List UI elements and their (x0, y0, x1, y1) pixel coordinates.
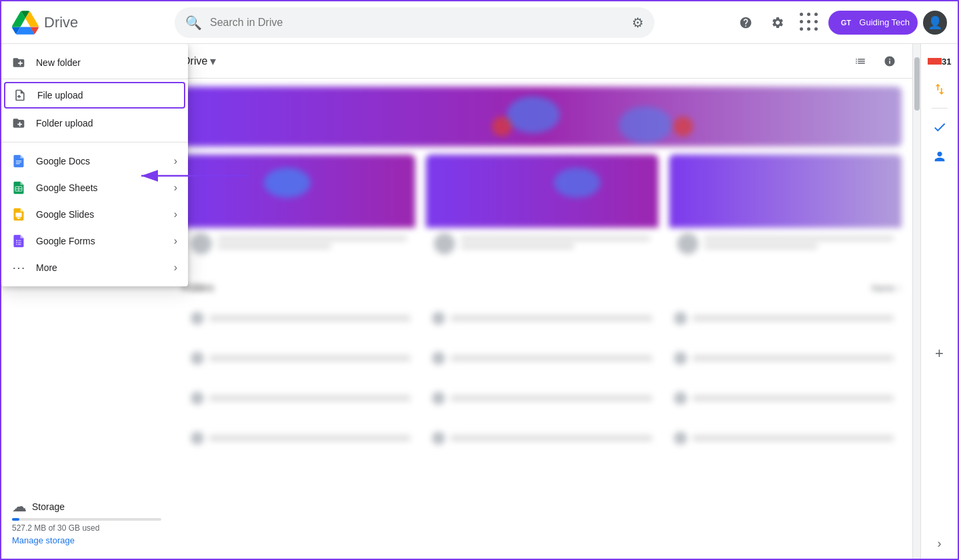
storage-section: ☁ Storage 527.2 MB of 30 GB used Manage … (1, 285, 172, 556)
list-view-button[interactable] (848, 49, 872, 73)
preview-card-2 (426, 154, 658, 274)
user-icon: 👤 (928, 15, 942, 30)
tasks-button[interactable] (926, 114, 953, 140)
sidebar-content: New folder File upload (1, 49, 172, 556)
more-menu-item[interactable]: ⋯ More › (1, 254, 172, 281)
add-icon: + (935, 345, 944, 362)
more-icon: ⋯ (12, 261, 25, 274)
google-sheets-menu-item[interactable]: Google Sheets › (1, 174, 172, 201)
new-folder-menu-item[interactable]: New folder (1, 49, 172, 76)
storage-bar-fill (12, 518, 19, 521)
search-filter-icon[interactable]: ⚙ (632, 15, 644, 31)
google-docs-icon (12, 154, 25, 168)
main-layout: New folder File upload (1, 44, 958, 560)
google-slides-icon (12, 208, 25, 221)
right-panel-chevron[interactable]: › (938, 537, 942, 556)
folder-item (183, 341, 419, 376)
svg-rect-11 (18, 244, 21, 245)
scrollbar-thumb[interactable] (914, 57, 920, 111)
folder-item (666, 301, 902, 336)
user-avatar-button[interactable]: 👤 (923, 11, 947, 35)
apps-grid-button[interactable] (796, 9, 823, 36)
folder-item (183, 301, 419, 336)
folder-item (666, 381, 902, 416)
folder-item (666, 341, 902, 376)
google-sheets-label: Google Sheets (36, 182, 163, 193)
menu-divider-2 (1, 142, 172, 142)
folder-upload-menu-item[interactable]: Folder upload (1, 110, 172, 137)
search-input[interactable] (210, 17, 632, 29)
main-content-blurred: Folders Name ↑ (172, 79, 912, 461)
content-wrapper: Drive ▾ (172, 44, 912, 560)
manage-storage-link[interactable]: Manage storage (12, 535, 161, 545)
svg-rect-9 (18, 242, 21, 243)
scrollbar[interactable] (912, 44, 920, 560)
search-bar[interactable]: 🔍 ⚙ (175, 7, 654, 38)
folder-item (424, 421, 660, 455)
new-folder-icon (12, 56, 25, 69)
folder-item (424, 381, 660, 416)
right-panel-add-button[interactable]: + (926, 340, 953, 367)
scrollable-content[interactable]: Folders Name ↑ (172, 79, 912, 560)
file-upload-label: File upload (37, 90, 172, 101)
chevron-right-icon: › (938, 537, 942, 550)
google-sheets-icon (12, 181, 25, 194)
folder-upload-icon (12, 117, 25, 130)
folder-item (424, 341, 660, 376)
storage-bar-track (12, 518, 161, 521)
file-upload-menu-item[interactable]: File upload (4, 82, 172, 109)
new-dropdown-menu: New folder File upload (1, 49, 172, 286)
svg-point-10 (16, 244, 17, 245)
content-header: Drive ▾ (172, 44, 912, 79)
folder-upload-label: Folder upload (36, 118, 172, 129)
right-panel: 31 + › (920, 44, 958, 560)
view-icons (848, 49, 902, 73)
right-panel-divider (932, 108, 948, 109)
svg-point-6 (16, 240, 17, 241)
svg-rect-3 (15, 213, 21, 217)
svg-point-8 (16, 242, 17, 243)
search-icon: 🔍 (185, 15, 202, 31)
google-forms-label: Google Forms (36, 236, 163, 246)
svg-rect-7 (18, 240, 21, 241)
info-button[interactable] (878, 49, 902, 73)
app-title: Drive (44, 14, 78, 31)
google-slides-menu-item[interactable]: Google Slides › (1, 201, 172, 228)
preview-card-3 (669, 154, 902, 274)
name-sort-label: Name (872, 283, 895, 293)
more-label: More (36, 262, 163, 273)
guiding-tech-button[interactable]: GT Guiding Tech (828, 11, 918, 35)
guiding-tech-avatar: GT (836, 13, 855, 32)
guiding-tech-label: Guiding Tech (859, 17, 910, 27)
new-folder-label: New folder (36, 57, 172, 68)
sort-arrow-icon: ↑ (898, 283, 902, 293)
google-forms-menu-item[interactable]: Google Forms › (1, 228, 172, 254)
help-button[interactable] (732, 9, 759, 36)
google-docs-menu-item[interactable]: Google Docs › (1, 148, 172, 174)
google-forms-icon (12, 234, 25, 248)
file-upload-icon (13, 89, 27, 102)
sidebar: New folder File upload (1, 44, 172, 560)
storage-cloud-icon: ☁ (12, 498, 27, 515)
settings-button[interactable] (764, 9, 791, 36)
folder-item (666, 421, 902, 455)
google-slides-label: Google Slides (36, 209, 163, 220)
storage-label: Storage (32, 501, 65, 512)
breadcrumb-chevron-icon: ▾ (210, 54, 216, 69)
storage-used-text: 527.2 MB of 30 GB used (12, 523, 161, 533)
calendar-button[interactable]: 31 (928, 49, 952, 73)
logo-area: Drive (12, 9, 159, 36)
header-icons: GT Guiding Tech 👤 (732, 9, 947, 36)
svg-rect-5 (18, 218, 19, 219)
folder-item (424, 301, 660, 336)
folders-grid (172, 296, 912, 461)
contacts-button[interactable] (926, 143, 953, 170)
name-sort[interactable]: Name ↑ (872, 283, 902, 293)
google-docs-label: Google Docs (36, 156, 163, 166)
folder-item (183, 381, 419, 416)
menu-divider-1 (1, 79, 172, 79)
folder-item (183, 421, 419, 455)
keep-button[interactable] (926, 76, 953, 103)
apps-grid-icon (800, 13, 820, 33)
calendar-date-label: 31 (942, 57, 951, 67)
